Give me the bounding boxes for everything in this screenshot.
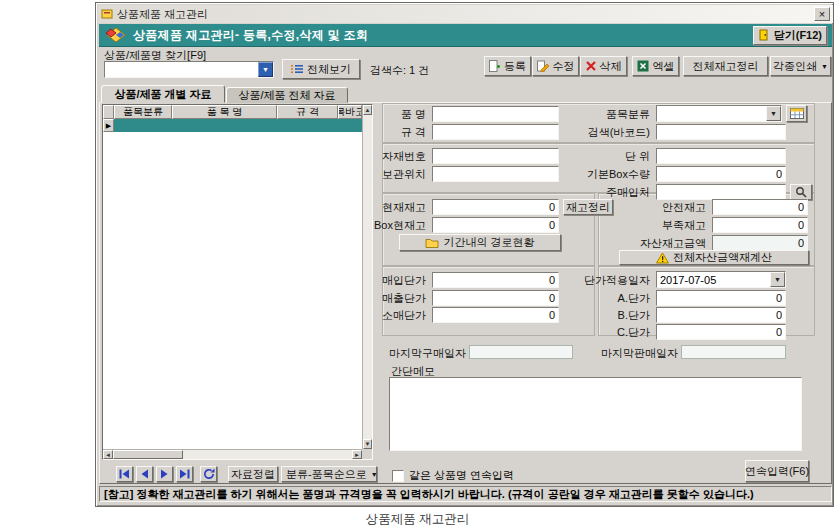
search-combo-dropdown-icon[interactable]: ▼: [258, 62, 273, 77]
grid-selected-row[interactable]: ▶: [103, 119, 362, 132]
safe-stock-field[interactable]: [712, 199, 808, 215]
location-field[interactable]: [432, 166, 559, 182]
gem-icon: [104, 26, 126, 44]
sort-order-dropdown[interactable]: 분류-품목순으로 ▼: [281, 466, 377, 482]
scroll-left-icon[interactable]: ◄: [103, 450, 113, 459]
refresh-icon: [203, 468, 215, 480]
stock-rebuild-button[interactable]: 전체재고정리: [683, 56, 768, 76]
list-icon: [291, 64, 303, 74]
checkbox-icon: [392, 470, 404, 482]
excel-icon: [637, 60, 649, 72]
asset-field: [712, 235, 808, 251]
close-f12-button[interactable]: 닫기(F12): [753, 26, 827, 45]
prev-record-icon: [139, 469, 150, 479]
nav-first-button[interactable]: [116, 466, 133, 482]
selected-row-highlight: [114, 119, 362, 132]
scroll-up-icon[interactable]: ▲: [363, 105, 372, 115]
grid-col-spec[interactable]: 규 격: [277, 105, 338, 119]
category-manage-button[interactable]: [786, 105, 807, 122]
price-c-label: C.단가: [570, 325, 650, 339]
last-sale-label: 마지막판매일자: [601, 346, 678, 360]
supplier-search-button[interactable]: [790, 184, 812, 200]
purchase-price-field[interactable]: [432, 272, 559, 288]
asset-label: 자산재고금액: [626, 236, 706, 250]
refresh-button[interactable]: [200, 466, 217, 482]
grid-marker-header: [103, 105, 114, 119]
window-title: 상품제품 재고관리: [117, 7, 208, 22]
search-result-count: 검색수: 1 건: [370, 63, 429, 77]
pencil-icon: [537, 60, 549, 72]
box-qty-field[interactable]: [656, 166, 786, 182]
tab-all-data[interactable]: 상품/제품 전체 자료: [226, 87, 348, 103]
sale-price-field[interactable]: [432, 290, 559, 306]
app-window: 상품제품 재고관리 × 상품제품 재고관리- 등록,수정,삭제 및 조회 닫기(…: [95, 2, 834, 507]
same-name-repeat-checkbox[interactable]: 같은 상품명 연속입력: [392, 468, 514, 483]
excel-button[interactable]: 엑셀: [632, 56, 679, 76]
next-record-icon: [159, 469, 170, 479]
close-icon[interactable]: ×: [814, 7, 830, 21]
category-dropdown-icon[interactable]: ▼: [766, 106, 781, 121]
price-c-field[interactable]: [656, 324, 786, 340]
grid-col-category[interactable]: 품목분류: [114, 105, 172, 119]
search-icon: [795, 186, 808, 199]
print-dropdown-icon: ▼: [821, 63, 828, 70]
page-caption: 상품제품 재고관리: [0, 511, 835, 526]
price-date-input[interactable]: [657, 272, 770, 287]
barcode-label: 검색(바코드): [570, 125, 650, 139]
last-sale-field: [681, 345, 786, 359]
titlebar: 상품제품 재고관리 ×: [98, 5, 833, 23]
category-input[interactable]: [657, 106, 766, 121]
grid-col-name[interactable]: 품 목 명: [172, 105, 277, 119]
shortage-field[interactable]: [712, 217, 808, 233]
spec-field[interactable]: [432, 124, 559, 140]
grid-col-barcode[interactable]: 품목바코드: [338, 105, 362, 119]
supplier-field[interactable]: [656, 184, 786, 200]
grid-vertical-scrollbar[interactable]: ▲ ▼: [362, 105, 372, 449]
tab-individual-data[interactable]: 상품/제품 개별 자료: [101, 85, 225, 103]
stock-field[interactable]: [432, 199, 559, 215]
status-bar: [참고] 정확한 재고관리를 하기 위해서는 품명과 규격명을 꼭 입력하시기 …: [99, 486, 832, 502]
last-record-icon: [179, 469, 190, 479]
grid-header-row: 품목분류 품 목 명 규 격 품목바코드: [103, 105, 362, 119]
search-combo: ▼: [104, 61, 274, 78]
memo-label: 간단메모: [391, 364, 435, 378]
material-no-field[interactable]: [432, 148, 559, 164]
nav-prev-button[interactable]: [136, 466, 153, 482]
edit-button[interactable]: 수정: [532, 56, 579, 76]
box-stock-field[interactable]: [432, 217, 559, 233]
memo-textarea[interactable]: [389, 377, 802, 451]
price-a-field[interactable]: [656, 290, 786, 306]
scroll-right-icon[interactable]: ►: [352, 450, 362, 459]
print-menu-button[interactable]: 각종인쇄 ▼: [770, 56, 831, 76]
price-date-combo: ▼: [656, 271, 786, 288]
scrollbar-corner: [362, 449, 372, 459]
register-button[interactable]: 등록: [484, 56, 531, 76]
price-date-dropdown-icon[interactable]: ▼: [770, 272, 785, 287]
sort-button[interactable]: 자료정렬: [228, 466, 278, 482]
safe-stock-label: 안전재고: [626, 200, 706, 214]
nav-next-button[interactable]: [156, 466, 173, 482]
nav-last-button[interactable]: [176, 466, 193, 482]
period-route-button[interactable]: 기간내의 경로현황: [399, 234, 561, 251]
price-b-field[interactable]: [656, 307, 786, 323]
delete-button[interactable]: 삭제: [580, 56, 627, 76]
row-marker-icon: ▶: [103, 119, 114, 132]
asset-recalc-button[interactable]: 전체자산금액재계산: [619, 250, 809, 265]
stock-cleanup-button[interactable]: 재고정리: [563, 199, 613, 215]
barcode-field[interactable]: [656, 124, 786, 140]
add-doc-icon: [489, 60, 500, 72]
hscroll-thumb[interactable]: [113, 450, 183, 459]
retail-price-field[interactable]: [432, 307, 559, 323]
price-b-label: B.단가: [570, 308, 650, 322]
view-all-button[interactable]: 전체보기: [282, 59, 360, 79]
continuous-input-button[interactable]: 연속입력(F6): [745, 460, 809, 482]
box-qty-label: 기본Box수량: [570, 167, 650, 181]
warning-icon: [656, 252, 669, 264]
category-combo: ▼: [656, 105, 782, 122]
name-field[interactable]: [432, 106, 559, 122]
search-input[interactable]: [105, 62, 258, 77]
scroll-down-icon[interactable]: ▼: [363, 439, 372, 449]
folder-icon: [425, 237, 439, 248]
unit-field[interactable]: [656, 148, 786, 164]
grid-horizontal-scrollbar[interactable]: ◄ ►: [103, 449, 362, 459]
